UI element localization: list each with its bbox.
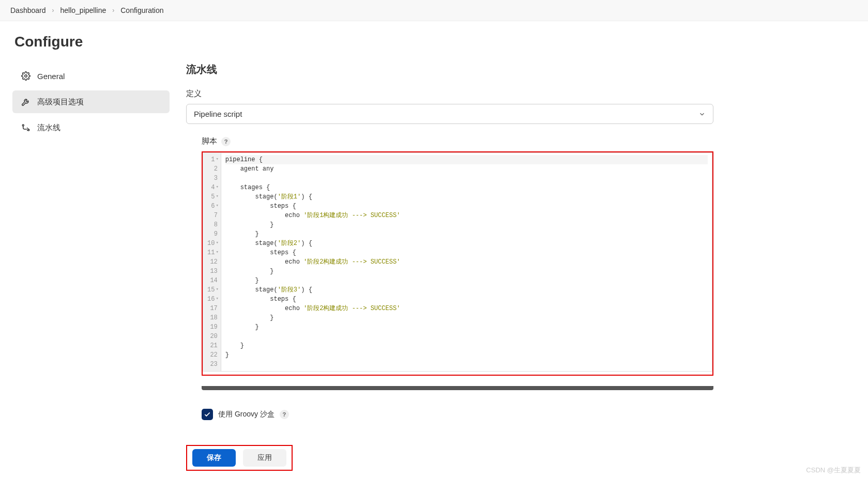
line-number: 23 (207, 360, 219, 369)
annotation-highlight: 1▾2 3 4▾5▾6▾7 8 9 10▾11▾12 13 14 15▾16▾1… (202, 151, 713, 376)
code-line[interactable]: } (225, 322, 708, 332)
fold-icon[interactable]: ▾ (216, 156, 218, 163)
annotation-highlight: 保存 应用 (186, 445, 293, 471)
code-line[interactable]: agent any (225, 164, 708, 174)
script-editor[interactable]: 1▾2 3 4▾5▾6▾7 8 9 10▾11▾12 13 14 15▾16▾1… (203, 152, 712, 372)
line-number: 2 (207, 164, 219, 174)
code-line[interactable]: stage('阶段3') { (225, 285, 708, 295)
line-number: 19 (207, 322, 219, 332)
line-number: 13 (207, 267, 219, 276)
chevron-down-icon (698, 111, 706, 118)
code-line[interactable]: } (225, 313, 708, 322)
fold-icon[interactable]: ▾ (216, 286, 218, 294)
code-line[interactable]: } (225, 229, 708, 239)
pipeline-icon (21, 122, 31, 133)
line-number: 7 (207, 211, 219, 220)
line-number: 1▾ (207, 155, 219, 164)
code-line[interactable]: echo '阶段1构建成功 ---> SUCCESS' (225, 211, 708, 220)
line-number: 12 (207, 257, 219, 267)
breadcrumb-item[interactable]: Dashboard (10, 6, 46, 14)
code-line[interactable]: } (225, 220, 708, 229)
line-number: 8 (207, 220, 219, 229)
main-content: 流水线 定义 Pipeline script 脚本 ? 1▾2 3 4▾5▾6▾… (176, 21, 744, 478)
code-line[interactable] (225, 332, 708, 341)
code-line[interactable]: echo '阶段2构建成功 ---> SUCCESS' (225, 257, 708, 267)
section-title: 流水线 (186, 63, 713, 76)
line-number: 22 (207, 350, 219, 360)
code-line[interactable] (225, 174, 708, 183)
page-title: Configure (12, 34, 170, 50)
line-number: 3 (207, 174, 219, 183)
breadcrumb: Dashboard › hello_pipelline › Configurat… (0, 0, 868, 21)
code-line[interactable]: steps { (225, 202, 708, 211)
fold-icon[interactable]: ▾ (216, 193, 218, 201)
breadcrumb-item[interactable]: Configuration (120, 6, 163, 14)
code-line[interactable]: } (225, 341, 708, 350)
line-number: 20 (207, 332, 219, 341)
definition-select[interactable]: Pipeline script (186, 104, 713, 124)
sidebar-item-label: 高级项目选项 (37, 97, 84, 107)
line-number: 6▾ (207, 202, 219, 211)
code-line[interactable] (225, 360, 708, 369)
sandbox-checkbox[interactable] (202, 409, 213, 420)
code-line[interactable]: } (225, 276, 708, 285)
line-number: 16▾ (207, 295, 219, 304)
definition-label: 定义 (186, 89, 713, 99)
chevron-right-icon: › (52, 7, 54, 14)
sidebar-item-general[interactable]: General (12, 65, 170, 87)
chevron-right-icon: › (112, 7, 114, 14)
line-number: 14 (207, 276, 219, 285)
code-line[interactable]: steps { (225, 295, 708, 304)
sidebar-item-label: 流水线 (37, 123, 60, 133)
save-button[interactable]: 保存 (192, 449, 236, 467)
line-number: 11▾ (207, 248, 219, 257)
sidebar-item-pipeline[interactable]: 流水线 (12, 116, 170, 139)
code-line[interactable]: } (225, 267, 708, 276)
code-line[interactable]: pipeline { (225, 155, 708, 164)
editor-gutter: 1▾2 3 4▾5▾6▾7 8 9 10▾11▾12 13 14 15▾16▾1… (203, 153, 221, 371)
line-number: 15▾ (207, 285, 219, 295)
fold-icon[interactable]: ▾ (216, 184, 218, 191)
fold-icon[interactable]: ▾ (216, 203, 218, 210)
code-line[interactable]: stage('阶段1') { (225, 192, 708, 202)
editor-code[interactable]: pipeline { agent any stages { stage('阶段1… (221, 153, 712, 371)
fold-icon[interactable]: ▾ (216, 249, 218, 256)
code-line[interactable]: } (225, 350, 708, 360)
apply-button[interactable]: 应用 (243, 449, 286, 467)
sandbox-label: 使用 Groovy 沙盒 (218, 410, 275, 419)
code-line[interactable]: steps { (225, 248, 708, 257)
script-label: 脚本 (202, 136, 217, 146)
line-number: 10▾ (207, 239, 219, 248)
breadcrumb-item[interactable]: hello_pipelline (60, 6, 106, 14)
fold-icon[interactable]: ▾ (216, 296, 218, 303)
editor-footer-bar (202, 386, 713, 390)
svg-point-0 (25, 75, 27, 78)
line-number: 4▾ (207, 183, 219, 192)
line-number: 18 (207, 313, 219, 322)
help-icon[interactable]: ? (280, 410, 289, 419)
select-value: Pipeline script (194, 110, 242, 118)
line-number: 9 (207, 229, 219, 239)
line-number: 5▾ (207, 192, 219, 202)
sidebar-item-label: General (37, 72, 65, 81)
line-number: 21 (207, 341, 219, 350)
wrench-icon (21, 97, 31, 107)
svg-point-1 (22, 125, 24, 126)
gear-icon (21, 71, 31, 81)
line-number: 17 (207, 304, 219, 313)
code-line[interactable]: stage('阶段2') { (225, 239, 708, 248)
code-line[interactable]: echo '阶段2构建成功 ---> SUCCESS' (225, 304, 708, 313)
help-icon[interactable]: ? (221, 137, 231, 146)
fold-icon[interactable]: ▾ (216, 240, 218, 247)
action-bar: 保存 应用 (176, 438, 868, 478)
code-line[interactable]: stages { (225, 183, 708, 192)
sidebar-item-advanced[interactable]: 高级项目选项 (12, 90, 170, 113)
sidebar: Configure General 高级项目选项 流水线 (0, 21, 176, 478)
